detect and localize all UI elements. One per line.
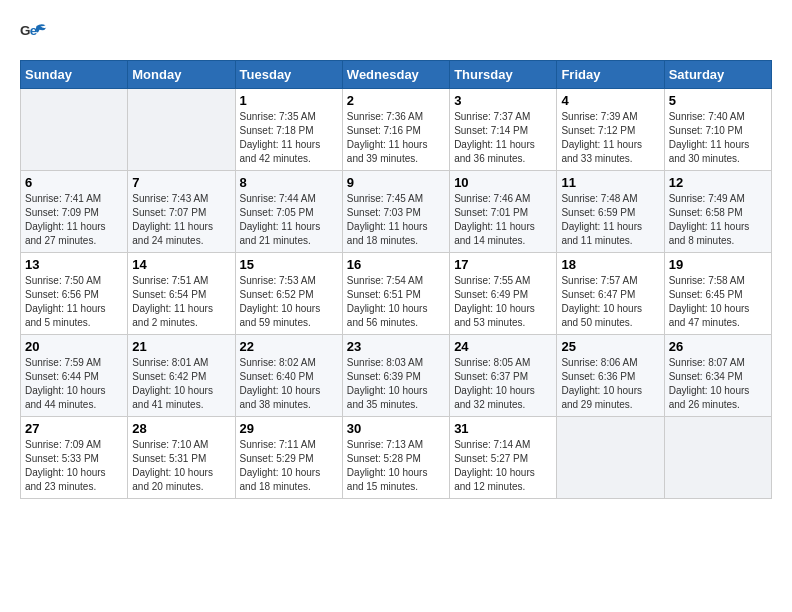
logo: G e bbox=[20, 20, 54, 50]
calendar-cell: 21Sunrise: 8:01 AM Sunset: 6:42 PM Dayli… bbox=[128, 335, 235, 417]
calendar-cell: 17Sunrise: 7:55 AM Sunset: 6:49 PM Dayli… bbox=[450, 253, 557, 335]
day-number: 22 bbox=[240, 339, 338, 354]
calendar-cell bbox=[21, 89, 128, 171]
day-number: 21 bbox=[132, 339, 230, 354]
day-info: Sunrise: 7:55 AM Sunset: 6:49 PM Dayligh… bbox=[454, 274, 552, 330]
calendar-cell: 10Sunrise: 7:46 AM Sunset: 7:01 PM Dayli… bbox=[450, 171, 557, 253]
calendar-cell: 12Sunrise: 7:49 AM Sunset: 6:58 PM Dayli… bbox=[664, 171, 771, 253]
day-info: Sunrise: 7:59 AM Sunset: 6:44 PM Dayligh… bbox=[25, 356, 123, 412]
calendar-cell bbox=[557, 417, 664, 499]
day-number: 12 bbox=[669, 175, 767, 190]
day-number: 5 bbox=[669, 93, 767, 108]
day-info: Sunrise: 7:13 AM Sunset: 5:28 PM Dayligh… bbox=[347, 438, 445, 494]
day-number: 3 bbox=[454, 93, 552, 108]
day-number: 28 bbox=[132, 421, 230, 436]
day-info: Sunrise: 7:58 AM Sunset: 6:45 PM Dayligh… bbox=[669, 274, 767, 330]
day-number: 6 bbox=[25, 175, 123, 190]
calendar-cell: 11Sunrise: 7:48 AM Sunset: 6:59 PM Dayli… bbox=[557, 171, 664, 253]
day-number: 25 bbox=[561, 339, 659, 354]
day-info: Sunrise: 8:07 AM Sunset: 6:34 PM Dayligh… bbox=[669, 356, 767, 412]
day-number: 26 bbox=[669, 339, 767, 354]
weekday-header-monday: Monday bbox=[128, 61, 235, 89]
day-number: 14 bbox=[132, 257, 230, 272]
calendar-cell: 5Sunrise: 7:40 AM Sunset: 7:10 PM Daylig… bbox=[664, 89, 771, 171]
day-info: Sunrise: 7:39 AM Sunset: 7:12 PM Dayligh… bbox=[561, 110, 659, 166]
day-number: 16 bbox=[347, 257, 445, 272]
day-number: 17 bbox=[454, 257, 552, 272]
day-number: 1 bbox=[240, 93, 338, 108]
calendar-header-row: SundayMondayTuesdayWednesdayThursdayFrid… bbox=[21, 61, 772, 89]
weekday-header-sunday: Sunday bbox=[21, 61, 128, 89]
day-number: 19 bbox=[669, 257, 767, 272]
calendar-cell: 14Sunrise: 7:51 AM Sunset: 6:54 PM Dayli… bbox=[128, 253, 235, 335]
calendar-cell: 8Sunrise: 7:44 AM Sunset: 7:05 PM Daylig… bbox=[235, 171, 342, 253]
day-number: 7 bbox=[132, 175, 230, 190]
calendar-cell: 1Sunrise: 7:35 AM Sunset: 7:18 PM Daylig… bbox=[235, 89, 342, 171]
day-info: Sunrise: 7:37 AM Sunset: 7:14 PM Dayligh… bbox=[454, 110, 552, 166]
day-number: 29 bbox=[240, 421, 338, 436]
calendar-week-2: 6Sunrise: 7:41 AM Sunset: 7:09 PM Daylig… bbox=[21, 171, 772, 253]
day-number: 13 bbox=[25, 257, 123, 272]
page-header: G e bbox=[20, 20, 772, 50]
calendar-cell: 9Sunrise: 7:45 AM Sunset: 7:03 PM Daylig… bbox=[342, 171, 449, 253]
calendar-cell: 15Sunrise: 7:53 AM Sunset: 6:52 PM Dayli… bbox=[235, 253, 342, 335]
calendar-cell: 4Sunrise: 7:39 AM Sunset: 7:12 PM Daylig… bbox=[557, 89, 664, 171]
day-number: 9 bbox=[347, 175, 445, 190]
day-info: Sunrise: 7:53 AM Sunset: 6:52 PM Dayligh… bbox=[240, 274, 338, 330]
day-info: Sunrise: 8:02 AM Sunset: 6:40 PM Dayligh… bbox=[240, 356, 338, 412]
day-info: Sunrise: 7:57 AM Sunset: 6:47 PM Dayligh… bbox=[561, 274, 659, 330]
day-number: 15 bbox=[240, 257, 338, 272]
day-info: Sunrise: 7:54 AM Sunset: 6:51 PM Dayligh… bbox=[347, 274, 445, 330]
day-info: Sunrise: 8:03 AM Sunset: 6:39 PM Dayligh… bbox=[347, 356, 445, 412]
calendar-cell: 19Sunrise: 7:58 AM Sunset: 6:45 PM Dayli… bbox=[664, 253, 771, 335]
calendar-cell: 22Sunrise: 8:02 AM Sunset: 6:40 PM Dayli… bbox=[235, 335, 342, 417]
day-info: Sunrise: 7:10 AM Sunset: 5:31 PM Dayligh… bbox=[132, 438, 230, 494]
weekday-header-friday: Friday bbox=[557, 61, 664, 89]
day-number: 18 bbox=[561, 257, 659, 272]
calendar-cell: 23Sunrise: 8:03 AM Sunset: 6:39 PM Dayli… bbox=[342, 335, 449, 417]
day-info: Sunrise: 7:14 AM Sunset: 5:27 PM Dayligh… bbox=[454, 438, 552, 494]
calendar-cell bbox=[664, 417, 771, 499]
calendar-cell: 6Sunrise: 7:41 AM Sunset: 7:09 PM Daylig… bbox=[21, 171, 128, 253]
day-info: Sunrise: 8:05 AM Sunset: 6:37 PM Dayligh… bbox=[454, 356, 552, 412]
day-info: Sunrise: 8:06 AM Sunset: 6:36 PM Dayligh… bbox=[561, 356, 659, 412]
day-number: 31 bbox=[454, 421, 552, 436]
day-info: Sunrise: 7:46 AM Sunset: 7:01 PM Dayligh… bbox=[454, 192, 552, 248]
calendar-cell: 27Sunrise: 7:09 AM Sunset: 5:33 PM Dayli… bbox=[21, 417, 128, 499]
day-number: 20 bbox=[25, 339, 123, 354]
calendar-table: SundayMondayTuesdayWednesdayThursdayFrid… bbox=[20, 60, 772, 499]
day-info: Sunrise: 7:49 AM Sunset: 6:58 PM Dayligh… bbox=[669, 192, 767, 248]
calendar-week-5: 27Sunrise: 7:09 AM Sunset: 5:33 PM Dayli… bbox=[21, 417, 772, 499]
day-info: Sunrise: 7:45 AM Sunset: 7:03 PM Dayligh… bbox=[347, 192, 445, 248]
calendar-week-1: 1Sunrise: 7:35 AM Sunset: 7:18 PM Daylig… bbox=[21, 89, 772, 171]
day-info: Sunrise: 7:35 AM Sunset: 7:18 PM Dayligh… bbox=[240, 110, 338, 166]
day-number: 24 bbox=[454, 339, 552, 354]
calendar-cell: 31Sunrise: 7:14 AM Sunset: 5:27 PM Dayli… bbox=[450, 417, 557, 499]
day-info: Sunrise: 7:09 AM Sunset: 5:33 PM Dayligh… bbox=[25, 438, 123, 494]
day-number: 10 bbox=[454, 175, 552, 190]
calendar-cell: 16Sunrise: 7:54 AM Sunset: 6:51 PM Dayli… bbox=[342, 253, 449, 335]
calendar-cell: 7Sunrise: 7:43 AM Sunset: 7:07 PM Daylig… bbox=[128, 171, 235, 253]
day-info: Sunrise: 8:01 AM Sunset: 6:42 PM Dayligh… bbox=[132, 356, 230, 412]
calendar-cell: 30Sunrise: 7:13 AM Sunset: 5:28 PM Dayli… bbox=[342, 417, 449, 499]
calendar-cell: 20Sunrise: 7:59 AM Sunset: 6:44 PM Dayli… bbox=[21, 335, 128, 417]
day-info: Sunrise: 7:50 AM Sunset: 6:56 PM Dayligh… bbox=[25, 274, 123, 330]
day-info: Sunrise: 7:11 AM Sunset: 5:29 PM Dayligh… bbox=[240, 438, 338, 494]
calendar-cell: 29Sunrise: 7:11 AM Sunset: 5:29 PM Dayli… bbox=[235, 417, 342, 499]
day-info: Sunrise: 7:40 AM Sunset: 7:10 PM Dayligh… bbox=[669, 110, 767, 166]
weekday-header-saturday: Saturday bbox=[664, 61, 771, 89]
day-number: 23 bbox=[347, 339, 445, 354]
day-number: 11 bbox=[561, 175, 659, 190]
day-info: Sunrise: 7:36 AM Sunset: 7:16 PM Dayligh… bbox=[347, 110, 445, 166]
weekday-header-tuesday: Tuesday bbox=[235, 61, 342, 89]
day-info: Sunrise: 7:41 AM Sunset: 7:09 PM Dayligh… bbox=[25, 192, 123, 248]
calendar-cell: 24Sunrise: 8:05 AM Sunset: 6:37 PM Dayli… bbox=[450, 335, 557, 417]
day-info: Sunrise: 7:43 AM Sunset: 7:07 PM Dayligh… bbox=[132, 192, 230, 248]
calendar-cell: 3Sunrise: 7:37 AM Sunset: 7:14 PM Daylig… bbox=[450, 89, 557, 171]
calendar-cell: 2Sunrise: 7:36 AM Sunset: 7:16 PM Daylig… bbox=[342, 89, 449, 171]
calendar-cell bbox=[128, 89, 235, 171]
calendar-cell: 28Sunrise: 7:10 AM Sunset: 5:31 PM Dayli… bbox=[128, 417, 235, 499]
day-info: Sunrise: 7:51 AM Sunset: 6:54 PM Dayligh… bbox=[132, 274, 230, 330]
calendar-cell: 26Sunrise: 8:07 AM Sunset: 6:34 PM Dayli… bbox=[664, 335, 771, 417]
day-number: 30 bbox=[347, 421, 445, 436]
